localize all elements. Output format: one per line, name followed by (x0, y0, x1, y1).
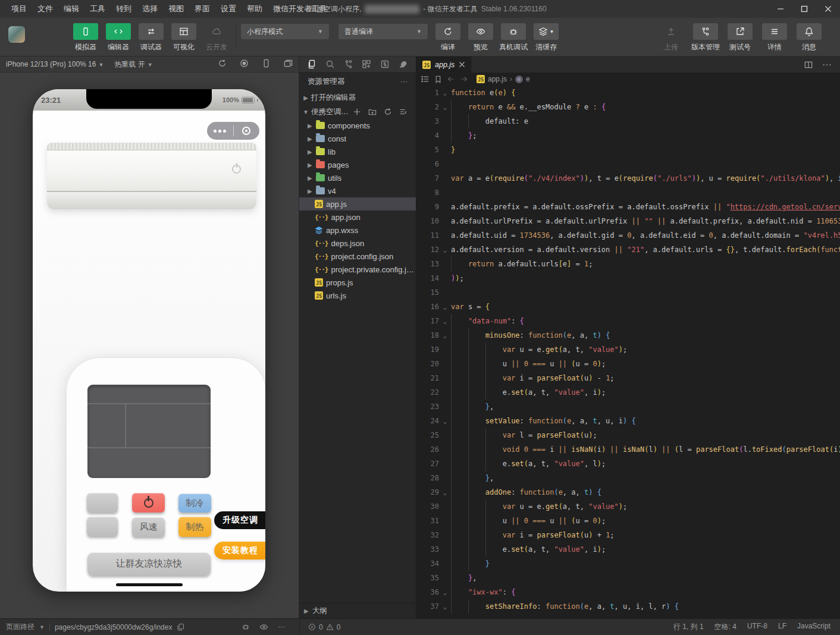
compile-dropdown[interactable]: 普通编译▼ (338, 24, 428, 39)
record-icon[interactable] (240, 59, 249, 70)
editor-mode-button[interactable]: 编辑器 (104, 23, 133, 52)
code-line-20[interactable]: 20 u || 0 === u || (u = 0); (416, 357, 840, 371)
copy-icon[interactable] (177, 623, 184, 631)
code-line-19[interactable]: 19 var u = e.get(a, t, "value"); (416, 342, 840, 357)
fold-chevron-icon[interactable]: ⌄ (439, 104, 451, 111)
fold-chevron-icon[interactable]: ⌄ (439, 489, 451, 496)
code-line-32[interactable]: 32 var i = parseFloat(u) + 1; (416, 528, 840, 542)
open-editors-section[interactable]: ▶ 打开的编辑器 (299, 90, 416, 105)
simulator-button[interactable]: 模拟器 (71, 23, 100, 52)
menu-8[interactable]: 界面 (189, 0, 215, 18)
tree-file-props.js[interactable]: JSprops.js (299, 276, 416, 289)
maximize-button[interactable] (792, 0, 816, 18)
fold-chevron-icon[interactable]: ⌄ (439, 90, 451, 96)
code-line-3[interactable]: 3 default: e (416, 114, 840, 128)
outline-list-icon[interactable] (421, 75, 430, 83)
eol-setting[interactable]: LF (778, 622, 786, 632)
more-icon[interactable]: ··· (400, 77, 408, 86)
close-icon[interactable] (459, 61, 465, 68)
tree-file-app.wxss[interactable]: app.wxss (299, 224, 416, 237)
problems-indicator[interactable]: 0 0 (299, 619, 340, 635)
widgets-icon[interactable] (362, 59, 371, 69)
hot-reload-toggle[interactable]: 热重载 开▼ (114, 59, 152, 70)
code-line-13[interactable]: 13 return a.default.urls[e] = 1; (416, 257, 840, 271)
tree-file-urls.js[interactable]: JSurls.js (299, 289, 416, 302)
bookmark-icon[interactable] (434, 76, 442, 83)
code-line-31[interactable]: 31 u || 0 === u || (u = 0); (416, 514, 840, 528)
code-line-33[interactable]: 33 e.set(a, t, "value", i); (416, 542, 840, 557)
code-line-25[interactable]: 25 var l = parseFloat(u); (416, 428, 840, 442)
code-line-4[interactable]: 4 }; (416, 128, 840, 143)
new-folder-icon[interactable] (368, 108, 377, 116)
hand-icon[interactable] (399, 59, 408, 69)
code-line-6[interactable]: 6 (416, 157, 840, 171)
code-line-17[interactable]: 17⌄ "data-num": { (416, 314, 840, 328)
code-line-27[interactable]: 27 e.set(a, t, "value", l); (416, 457, 840, 471)
tree-file-app.json[interactable]: {··}app.json (299, 210, 416, 224)
code-line-23[interactable]: 23 }, (416, 400, 840, 414)
tree-folder-utils[interactable]: ▶utils (299, 171, 416, 184)
code-line-11[interactable]: 11a.default.uid = 1734536, a.default.gid… (416, 228, 840, 243)
fold-chevron-icon[interactable]: ⌄ (439, 304, 451, 310)
collapse-all-icon[interactable] (399, 108, 408, 116)
code-line-14[interactable]: 14)); (416, 271, 840, 285)
upgrade-ac-pill[interactable]: 升级空调 (214, 511, 265, 529)
remote-power-button[interactable] (132, 493, 165, 513)
search-icon[interactable] (325, 59, 335, 69)
plugin-icon[interactable] (380, 59, 390, 69)
more-icon[interactable]: ··· (278, 623, 285, 631)
code-line-5[interactable]: 5} (416, 143, 840, 157)
code-line-24[interactable]: 24⌄ setValue: function(e, a, t, u, i) { (416, 414, 840, 428)
code-line-35[interactable]: 35 }, (416, 571, 840, 585)
code-line-8[interactable]: 8 (416, 186, 840, 200)
forward-arrow-icon[interactable] (460, 75, 468, 83)
code-line-7[interactable]: 7var a = e(require("./v4/index")), t = e… (416, 171, 840, 186)
tree-folder-pages[interactable]: ▶pages (299, 158, 416, 171)
tab-appjs[interactable]: JS app.js (416, 56, 472, 73)
remote-blank-button-2[interactable] (87, 517, 118, 536)
code-line-1[interactable]: 1⌄function e(e) { (416, 86, 840, 100)
details-button[interactable]: 详情 (760, 23, 789, 52)
refresh-icon[interactable] (384, 108, 392, 116)
clear-cache-button[interactable]: ▼清缓存 (532, 23, 560, 52)
menu-1[interactable]: 项目 (6, 0, 32, 18)
menu-9[interactable]: 设置 (215, 0, 242, 18)
tree-file-project.config.json[interactable]: {··}project.config.json (299, 250, 416, 263)
remote-heat-button[interactable]: 制热 (178, 517, 211, 537)
menu-7[interactable]: 视图 (163, 0, 189, 18)
project-root-row[interactable]: ▼ 便携空调小... (299, 105, 416, 119)
debugger-button[interactable]: 调试器 (137, 23, 165, 52)
menu-4[interactable]: 工具 (84, 0, 111, 18)
code-line-21[interactable]: 21 var i = parseFloat(u) - 1; (416, 371, 840, 385)
code-line-9[interactable]: 9a.default.prefix = a.default.ossPrefix … (416, 200, 840, 214)
tree-folder-const[interactable]: ▶const (299, 132, 416, 145)
compile-button[interactable]: 编译 (434, 23, 462, 52)
code-line-36[interactable]: 36⌄ "iwx-wx": { (416, 585, 840, 599)
preview-button[interactable]: 预览 (466, 23, 495, 52)
code-line-12[interactable]: 12⌄a.default.version = a.default.version… (416, 243, 840, 257)
code-line-26[interactable]: 26 void 0 === i || isNaN(i) || isNaN(l) … (416, 442, 840, 457)
menu-2[interactable]: 文件 (32, 0, 58, 18)
back-arrow-icon[interactable] (447, 75, 455, 83)
fold-chevron-icon[interactable]: ⌄ (439, 603, 451, 610)
code-line-15[interactable]: 15 (416, 285, 840, 300)
remote-blank-button-1[interactable] (87, 493, 118, 513)
split-editor-icon[interactable] (804, 61, 813, 69)
code-line-22[interactable]: 22 e.set(a, t, "value", i); (416, 385, 840, 400)
fold-chevron-icon[interactable]: ⌄ (439, 332, 451, 339)
indentation-setting[interactable]: 空格: 4 (714, 622, 736, 632)
visualizer-button[interactable]: 可视化 (170, 23, 198, 52)
device-debug-button[interactable]: 真机调试 (499, 23, 528, 52)
encoding-setting[interactable]: UTF-8 (747, 622, 767, 632)
install-tutorial-pill[interactable]: 安装教程 (214, 542, 265, 559)
exit-icon[interactable] (234, 127, 260, 135)
page-path-label[interactable]: 页面路径 (6, 622, 35, 632)
code-line-29[interactable]: 29⌄ addOne: function(e, a, t) { (416, 485, 840, 499)
messages-button[interactable]: 消息 (795, 23, 823, 52)
close-button[interactable] (816, 0, 840, 18)
code-line-10[interactable]: 10a.default.urlPrefix = a.default.urlPre… (416, 214, 840, 228)
remote-share-button[interactable]: 让群友凉快凉快 (87, 552, 211, 576)
fold-chevron-icon[interactable]: ⌄ (439, 318, 451, 325)
code-line-28[interactable]: 28 }, (416, 471, 840, 485)
menu-3[interactable]: 编辑 (58, 0, 84, 18)
